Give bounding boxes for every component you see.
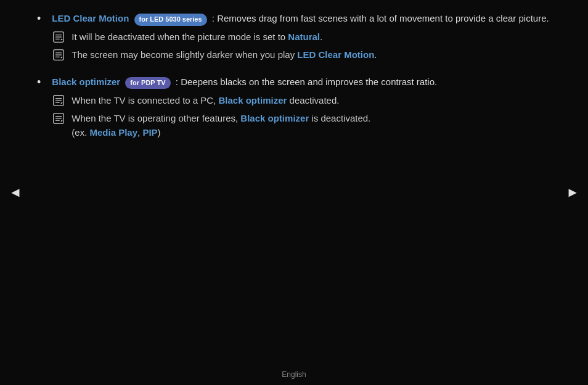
black-optimizer-title-line: Black optimizer for PDP TV : Deepens bla…	[52, 75, 551, 89]
bullet-dot-2: •	[37, 76, 41, 89]
note-icon-2	[52, 48, 65, 62]
pdp-badge: for PDP TV	[125, 77, 170, 89]
led-note2-highlight: LED Clear Motion	[297, 49, 374, 60]
led-note2-before: The screen may become slightly darker wh…	[71, 49, 297, 60]
nav-arrow-right[interactable]: ►	[566, 184, 579, 201]
black-note1-after: deactivated.	[287, 95, 339, 106]
left-arrow-icon: ◄	[9, 184, 22, 200]
led-title-line: LED Clear Motion for LED 5030 series : R…	[52, 11, 551, 26]
language-label: English	[282, 370, 306, 379]
led-note1-before: It will be deactivated when the picture …	[71, 31, 288, 42]
black-note-2-text: When the TV is operating other features,…	[71, 111, 551, 140]
note-icon-3	[52, 94, 65, 107]
main-content: • LED Clear Motion for LED 5030 series :…	[0, 0, 588, 162]
black-optimizer-description: : Deepens blacks on the screen and impro…	[176, 77, 437, 87]
black-note2-before: When the TV is operating other features,	[71, 113, 240, 123]
led-note1-natural: Natural	[288, 31, 320, 42]
note-icon-1	[52, 30, 65, 44]
led-note-2-text: The screen may become slightly darker wh…	[71, 48, 551, 62]
black-note2-highlight: Black optimizer	[240, 113, 309, 123]
black-note1-highlight: Black optimizer	[219, 95, 287, 106]
led-badge: for LED 5030 series	[134, 14, 207, 26]
list-item-led: • LED Clear Motion for LED 5030 series :…	[37, 11, 551, 66]
led-note-1-text: It will be deactivated when the picture …	[71, 30, 551, 44]
nav-arrow-left[interactable]: ◄	[9, 184, 22, 201]
led-description: : Removes drag from fast scenes with a l…	[212, 13, 549, 23]
bullet-dot-1: •	[37, 12, 41, 25]
led-note-1: It will be deactivated when the picture …	[52, 30, 551, 44]
black-optimizer-title: Black optimizer	[52, 77, 120, 87]
led-clear-motion-content: LED Clear Motion for LED 5030 series : R…	[52, 11, 551, 66]
led-clear-motion-title: LED Clear Motion	[52, 13, 129, 23]
black-note1-before: When the TV is connected to a PC,	[71, 95, 218, 106]
black-optimizer-content: Black optimizer for PDP TV : Deepens bla…	[52, 75, 551, 144]
led-note-2: The screen may become slightly darker wh…	[52, 48, 551, 62]
list-item-black-optimizer: • Black optimizer for PDP TV : Deepens b…	[37, 75, 551, 144]
led-note2-after: .	[374, 49, 377, 60]
black-note-2: When the TV is operating other features,…	[52, 111, 551, 140]
black-note-1-text: When the TV is connected to a PC, Black …	[71, 93, 551, 107]
black-note-1: When the TV is connected to a PC, Black …	[52, 93, 551, 107]
footer: English	[0, 370, 588, 379]
right-arrow-icon: ►	[566, 184, 579, 200]
led-note1-after: .	[320, 31, 322, 42]
note-icon-4	[52, 112, 65, 125]
black-note2-end: )	[158, 127, 161, 138]
pip-highlight: PIP	[142, 127, 157, 138]
media-play-highlight: Media Play	[90, 127, 138, 138]
